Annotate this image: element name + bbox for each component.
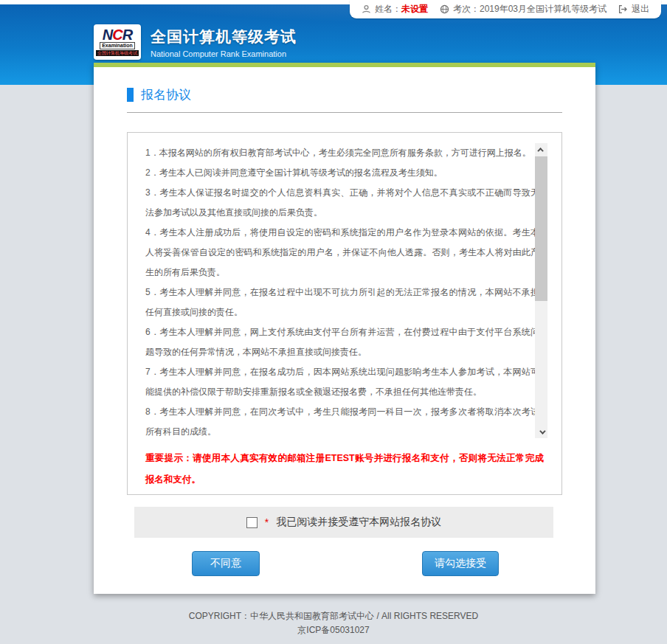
agreement-item-6: 6．考生本人理解并同意，网上支付系统由支付平台所有并运营，在付费过程中由于支付平… [145, 322, 539, 362]
agreement-item-2: 2．考生本人已阅读并同意遵守全国计算机等级考试的报名流程及考生须知。 [145, 163, 539, 183]
site-title: 全国计算机等级考试 [151, 27, 297, 47]
agreement-box: 1．本报名网站的所有权归教育部考试中心，考生必须完全同意所有服务条款，方可进行网… [127, 132, 562, 495]
logo-strip-text: 全国计算机等级考试 [96, 50, 139, 56]
logout-link[interactable]: 退出 [632, 3, 649, 15]
session-label: 考次： [453, 3, 480, 15]
footer: COPYRIGHT：中华人民共和国教育部考试中心 / All RIGHTS RE… [0, 609, 667, 637]
icp-line: 京ICP备05031027 [0, 623, 667, 637]
page-title: 报名协议 [141, 86, 191, 103]
content-card: 报名协议 1．本报名网站的所有权归教育部考试中心，考生必须完全同意所有服务条款，… [94, 63, 595, 594]
consent-bar: * 我已阅读并接受遵守本网站报名协议 [134, 507, 553, 538]
globe-icon [440, 4, 449, 14]
scroll-up-icon[interactable] [535, 143, 547, 156]
ncre-logo: NCR Examination 全国计算机等级考试 [94, 24, 141, 60]
agreement-scrollbar[interactable] [535, 143, 547, 438]
scrollbar-thumb[interactable] [535, 156, 547, 301]
section-header: 报名协议 [127, 86, 562, 103]
brand-text: 全国计算机等级考试 National Computer Rank Examina… [151, 27, 297, 58]
name-label: 姓名： [375, 3, 401, 15]
agreement-item-5: 5．考生本人理解并同意，在报名过程中出现不可抗力所引起的无法正常报名的情况，本网… [145, 283, 539, 322]
accept-button[interactable]: 请勾选接受 [422, 551, 499, 576]
name-value: 未设置 [401, 3, 428, 15]
logout-icon[interactable] [618, 4, 628, 14]
site-subtitle: National Computer Rank Examination [151, 49, 297, 58]
agreement-text[interactable]: 1．本报名网站的所有权归教育部考试中心，考生必须完全同意所有服务条款，方可进行网… [145, 143, 560, 438]
important-notice: 重要提示：请使用本人真实有效的邮箱注册ETEST账号并进行报名和支付，否则将无法… [145, 448, 544, 491]
title-accent-bar [127, 88, 134, 102]
session-value: 2019年03月全国计算机等级考试 [480, 3, 606, 15]
scroll-down-icon[interactable] [535, 426, 547, 438]
copyright-line: COPYRIGHT：中华人民共和国教育部考试中心 / All RIGHTS RE… [0, 609, 667, 623]
agreement-scroll-area: 1．本报名网站的所有权归教育部考试中心，考生必须完全同意所有服务条款，方可进行网… [145, 143, 560, 438]
logo-examination-text: Examination [100, 42, 135, 49]
agreement-item-7: 7．考生本人理解并同意，在报名成功后，因本网站系统出现问题影响考生本人参加考试，… [145, 362, 539, 402]
logo-ncr-text: NCR [103, 29, 132, 41]
agreement-item-3: 3．考生本人保证报名时提交的个人信息资料真实、正确，并将对个人信息不真实或不正确… [145, 183, 539, 223]
user-info-bar: 姓名： 未设置 考次： 2019年03月全国计算机等级考试 退出 [350, 0, 661, 18]
action-buttons: 不同意 请勾选接受 [192, 551, 499, 576]
agreement-checkbox[interactable] [246, 517, 258, 528]
user-icon [362, 4, 371, 14]
required-asterisk: * [265, 516, 269, 528]
agreement-item-4: 4．考生本人注册成功后，将使用自设定的密码和系统指定的用户名作为登录本网站的依据… [145, 223, 539, 283]
consent-label[interactable]: 我已阅读并接受遵守本网站报名协议 [276, 516, 441, 529]
agreement-item-8: 8．考生本人理解并同意，在同次考试中，考生只能报考同一科目一次，报考多次者将取消… [145, 402, 539, 438]
page-root: NCR Examination 全国计算机等级考试 全国计算机等级考试 Nati… [0, 0, 667, 644]
brand: NCR Examination 全国计算机等级考试 全国计算机等级考试 Nati… [94, 24, 297, 60]
agreement-item-1: 1．本报名网站的所有权归教育部考试中心，考生必须完全同意所有服务条款，方可进行网… [145, 143, 539, 163]
disagree-button[interactable]: 不同意 [192, 551, 260, 576]
section-divider [127, 112, 562, 113]
